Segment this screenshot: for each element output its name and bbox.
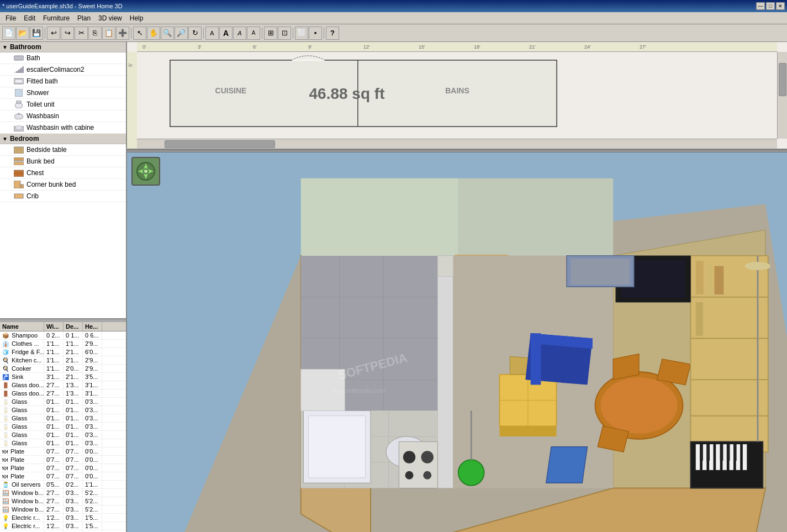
item-crib-label: Crib [27,192,39,200]
menu-edit[interactable]: Edit [20,13,39,23]
table-row[interactable]: 🚪 Glass doo... 2'7... 1'3... 3'1... [0,381,126,389]
vscrollbar-thumb[interactable] [779,63,786,96]
menu-furniture[interactable]: Furniture [40,13,73,23]
item-washbasin[interactable]: Washbasin [0,110,126,122]
hscrollbar[interactable] [137,139,777,149]
table-row[interactable]: 🥛 Glass 0'1... 0'1... 0'3... [0,431,126,439]
minimize-button[interactable]: — [756,2,765,10]
item-escalier[interactable]: escalierColimacon2 [0,64,126,76]
table-row[interactable]: 💡 Electric r... 1'2... 0'3... 1'5... [0,522,126,530]
text-c-button[interactable]: A [233,27,246,40]
col-name-header: Name [0,322,44,331]
item-bedside[interactable]: Bedside table [0,144,126,156]
table-cell-name: 🥛 Glass [0,414,44,422]
item-bath[interactable]: Bath [0,52,126,64]
3d-view-button[interactable]: ▪ [309,27,322,40]
item-toilet[interactable]: Toilet unit [0,99,126,110]
table-cell-wi: 0'1... [44,414,64,422]
table-row[interactable]: 🍳 Cooker 1'1... 2'0... 2'9... [0,365,126,373]
new-button[interactable]: 📄 [2,27,15,40]
table-row[interactable]: 🧊 Fridge & F... 1'1... 2'1... 6'0... [0,348,126,356]
item-chest[interactable]: Chest [0,167,126,179]
table-row[interactable]: 👔 Clothes ... 1'1... 1'1... 2'9... [0,340,126,348]
zoom-in-button[interactable]: 🔍 [161,27,174,40]
table-row[interactable]: 🥛 Glass 0'1... 0'1... 0'3... [0,414,126,423]
sep3 [203,28,204,39]
table-row[interactable]: 🪟 Window b... 2'7... 0'3... 5'2... [0,497,126,505]
table-row[interactable]: 🍽 Plate 0'7... 0'7... 0'0... [0,456,126,464]
item-shower[interactable]: Shower [0,87,126,99]
item-washbasin-cab[interactable]: Washbasin with cabine [0,122,126,134]
item-bunk-bed[interactable]: Bunk bed [0,156,126,167]
help-button[interactable]: ? [326,27,339,40]
table-row[interactable]: 🥛 Glass 0'1... 0'1... 0'3... [0,398,126,406]
svg-text:www.softpedia.com: www.softpedia.com [331,387,385,394]
bedroom-arrow: ▼ [2,136,8,142]
menu-file[interactable]: File [2,13,19,23]
table-cell-de: 0'1... [64,414,83,422]
hscrollbar-thumb[interactable] [165,140,275,148]
open-button[interactable]: 📂 [16,27,29,40]
text-b-button[interactable]: A [219,27,233,40]
item-corner-bunk[interactable]: Corner bunk bed [0,179,126,191]
svg-rect-16 [20,185,24,188]
paste-button[interactable]: 📋 [102,27,115,40]
menu-plan[interactable]: Plan [74,13,94,23]
redo-button[interactable]: ↪ [61,27,74,40]
3d-scene: SOFTPEDIA www.softpedia.com [127,152,787,532]
copy-button[interactable]: ⎘ [88,27,102,40]
top-view-button[interactable]: ⬜ [295,27,308,40]
save-button[interactable]: 💾 [30,27,43,40]
nav-compass[interactable] [131,157,160,186]
text-d-button[interactable]: A [247,27,260,40]
furniture-tree: ▼ Bathroom Bath escalierColimacon2 Fitt [0,42,126,319]
table-row[interactable]: 🍽 Plate 0'7... 0'7... 0'0... [0,464,126,472]
svg-rect-105 [696,302,703,336]
table-row[interactable]: 🍳 Kitchen c... 1'1... 2'1... 2'9... [0,356,126,365]
close-button[interactable]: ✕ [776,2,785,10]
svg-point-79 [403,451,415,463]
table-row[interactable]: 🪟 Window b... 2'7... 0'3... 5'2... [0,505,126,514]
table-cell-wi: 3'1... [44,373,64,381]
maximize-button[interactable]: □ [766,2,775,10]
select-button[interactable]: ↖ [133,27,146,40]
table-cell-he: 0 6... [83,331,102,339]
table-cell-wi: 2'7... [44,389,64,397]
add-furniture-button[interactable]: ➕ [116,27,129,40]
row-icon: 🍳 [2,357,9,364]
zoom-fit-button[interactable]: ⊞ [264,27,277,40]
table-row[interactable]: 🫙 Oil servers 0'5... 0'2... 1'1... [0,481,126,489]
text-a-button[interactable]: A [205,27,219,40]
svg-text:CUISINE: CUISINE [215,86,247,95]
table-cell-name: 💡 Electric r... [0,522,44,530]
category-bathroom[interactable]: ▼ Bathroom [0,42,126,52]
table-row[interactable]: 🪟 Window b... 2'7... 0'3... 5'2... [0,489,126,497]
zoom-area-button[interactable]: ⊡ [278,27,291,40]
table-row[interactable]: 🍽 Plate 0'7... 0'7... 0'0... [0,447,126,456]
table-cell-de: 1'3... [64,389,83,397]
rotate-button[interactable]: ↻ [188,27,202,40]
table-row[interactable]: 🥛 Glass 0'1... 0'1... 0'3... [0,406,126,414]
table-row[interactable]: 💡 Electric r... 1'2... 0'3... 1'5... [0,514,126,522]
cut-button[interactable]: ✂ [75,27,88,40]
item-crib[interactable]: Crib [0,191,126,202]
table-row[interactable]: 🥛 Glass 0'1... 0'1... 0'3... [0,423,126,431]
table-row[interactable]: 🚪 Glass doo... 2'7... 1'3... 3'1... [0,389,126,398]
svg-rect-11 [14,157,24,161]
table-row[interactable]: 🚰 Sink 3'1... 2'1... 3'5... [0,373,126,381]
pan-button[interactable]: ✋ [147,27,160,40]
vscrollbar[interactable] [777,52,787,139]
undo-button[interactable]: ↩ [47,27,60,40]
zoom-out-button[interactable]: 🔎 [175,27,188,40]
menu-help[interactable]: Help [126,13,147,23]
table-cell-wi: 0'1... [44,398,64,405]
item-fitted-bath[interactable]: Fitted bath [0,76,126,87]
table-row[interactable]: 📦 Shampoo 0 2... 0 1... 0 6... [0,331,126,340]
table-row[interactable]: 🍽 Plate 0'7... 0'7... 0'0... [0,472,126,481]
table-row[interactable]: 🥛 Glass 0'1... 0'1... 0'3... [0,439,126,447]
plan-view[interactable]: 0' 3' 6' 9' 12' 15' 18' 21' 24' 27' 5' [127,42,787,150]
row-icon: 🥛 [2,399,9,405]
sep1 [45,28,45,39]
menu-3dview[interactable]: 3D view [95,13,125,23]
category-bedroom[interactable]: ▼ Bedroom [0,134,126,144]
